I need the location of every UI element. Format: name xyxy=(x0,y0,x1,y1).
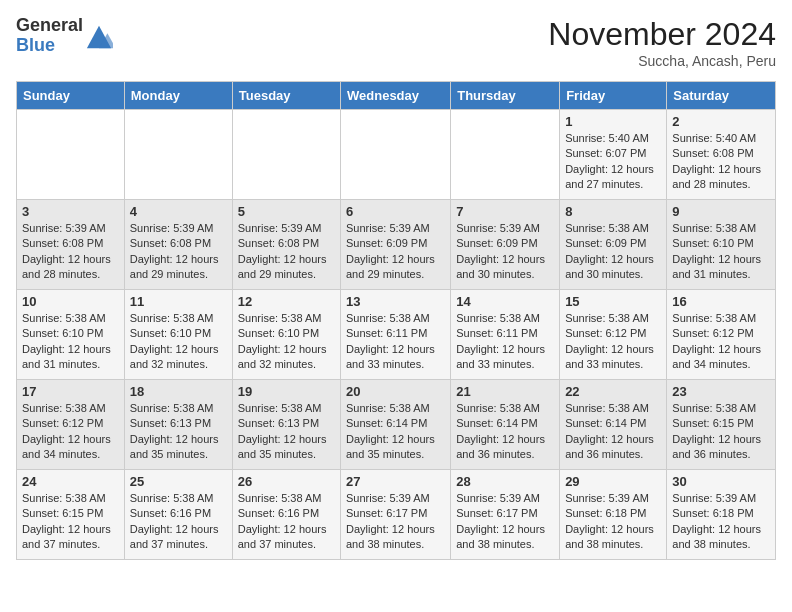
calendar-cell: 5Sunrise: 5:39 AM Sunset: 6:08 PM Daylig… xyxy=(232,200,340,290)
calendar-cell: 26Sunrise: 5:38 AM Sunset: 6:16 PM Dayli… xyxy=(232,470,340,560)
day-number: 3 xyxy=(22,204,119,219)
day-number: 8 xyxy=(565,204,661,219)
day-info: Sunrise: 5:38 AM Sunset: 6:14 PM Dayligh… xyxy=(346,401,445,463)
day-number: 19 xyxy=(238,384,335,399)
calendar-cell: 23Sunrise: 5:38 AM Sunset: 6:15 PM Dayli… xyxy=(667,380,776,470)
month-title: November 2024 xyxy=(548,16,776,53)
day-number: 6 xyxy=(346,204,445,219)
calendar-cell: 16Sunrise: 5:38 AM Sunset: 6:12 PM Dayli… xyxy=(667,290,776,380)
day-info: Sunrise: 5:39 AM Sunset: 6:08 PM Dayligh… xyxy=(130,221,227,283)
day-of-week-header: Tuesday xyxy=(232,82,340,110)
day-number: 10 xyxy=(22,294,119,309)
calendar-cell: 19Sunrise: 5:38 AM Sunset: 6:13 PM Dayli… xyxy=(232,380,340,470)
calendar-cell xyxy=(17,110,125,200)
calendar-cell: 14Sunrise: 5:38 AM Sunset: 6:11 PM Dayli… xyxy=(451,290,560,380)
day-of-week-header: Saturday xyxy=(667,82,776,110)
day-number: 27 xyxy=(346,474,445,489)
calendar-cell: 21Sunrise: 5:38 AM Sunset: 6:14 PM Dayli… xyxy=(451,380,560,470)
day-info: Sunrise: 5:38 AM Sunset: 6:12 PM Dayligh… xyxy=(565,311,661,373)
calendar-cell: 24Sunrise: 5:38 AM Sunset: 6:15 PM Dayli… xyxy=(17,470,125,560)
calendar-cell xyxy=(124,110,232,200)
calendar-cell: 13Sunrise: 5:38 AM Sunset: 6:11 PM Dayli… xyxy=(341,290,451,380)
day-info: Sunrise: 5:38 AM Sunset: 6:11 PM Dayligh… xyxy=(456,311,554,373)
calendar-cell: 7Sunrise: 5:39 AM Sunset: 6:09 PM Daylig… xyxy=(451,200,560,290)
day-number: 23 xyxy=(672,384,770,399)
day-info: Sunrise: 5:38 AM Sunset: 6:16 PM Dayligh… xyxy=(130,491,227,553)
location: Succha, Ancash, Peru xyxy=(548,53,776,69)
day-number: 7 xyxy=(456,204,554,219)
day-number: 15 xyxy=(565,294,661,309)
day-number: 17 xyxy=(22,384,119,399)
calendar-cell xyxy=(451,110,560,200)
day-info: Sunrise: 5:38 AM Sunset: 6:11 PM Dayligh… xyxy=(346,311,445,373)
day-info: Sunrise: 5:38 AM Sunset: 6:16 PM Dayligh… xyxy=(238,491,335,553)
calendar-cell xyxy=(232,110,340,200)
day-number: 2 xyxy=(672,114,770,129)
day-of-week-header: Monday xyxy=(124,82,232,110)
day-number: 25 xyxy=(130,474,227,489)
day-info: Sunrise: 5:38 AM Sunset: 6:15 PM Dayligh… xyxy=(22,491,119,553)
day-of-week-header: Sunday xyxy=(17,82,125,110)
calendar-cell xyxy=(341,110,451,200)
day-number: 9 xyxy=(672,204,770,219)
day-number: 11 xyxy=(130,294,227,309)
calendar-week-row: 3Sunrise: 5:39 AM Sunset: 6:08 PM Daylig… xyxy=(17,200,776,290)
day-info: Sunrise: 5:39 AM Sunset: 6:17 PM Dayligh… xyxy=(346,491,445,553)
day-info: Sunrise: 5:39 AM Sunset: 6:18 PM Dayligh… xyxy=(672,491,770,553)
calendar-cell: 9Sunrise: 5:38 AM Sunset: 6:10 PM Daylig… xyxy=(667,200,776,290)
day-number: 21 xyxy=(456,384,554,399)
calendar-cell: 18Sunrise: 5:38 AM Sunset: 6:13 PM Dayli… xyxy=(124,380,232,470)
day-number: 22 xyxy=(565,384,661,399)
day-info: Sunrise: 5:38 AM Sunset: 6:10 PM Dayligh… xyxy=(672,221,770,283)
calendar-cell: 11Sunrise: 5:38 AM Sunset: 6:10 PM Dayli… xyxy=(124,290,232,380)
day-number: 24 xyxy=(22,474,119,489)
day-info: Sunrise: 5:39 AM Sunset: 6:09 PM Dayligh… xyxy=(456,221,554,283)
calendar-cell: 1Sunrise: 5:40 AM Sunset: 6:07 PM Daylig… xyxy=(560,110,667,200)
day-number: 13 xyxy=(346,294,445,309)
calendar-cell: 12Sunrise: 5:38 AM Sunset: 6:10 PM Dayli… xyxy=(232,290,340,380)
day-number: 20 xyxy=(346,384,445,399)
day-number: 12 xyxy=(238,294,335,309)
day-info: Sunrise: 5:39 AM Sunset: 6:08 PM Dayligh… xyxy=(238,221,335,283)
calendar-week-row: 17Sunrise: 5:38 AM Sunset: 6:12 PM Dayli… xyxy=(17,380,776,470)
calendar-cell: 27Sunrise: 5:39 AM Sunset: 6:17 PM Dayli… xyxy=(341,470,451,560)
day-number: 28 xyxy=(456,474,554,489)
logo-blue: Blue xyxy=(16,36,83,56)
day-info: Sunrise: 5:39 AM Sunset: 6:08 PM Dayligh… xyxy=(22,221,119,283)
calendar-cell: 29Sunrise: 5:39 AM Sunset: 6:18 PM Dayli… xyxy=(560,470,667,560)
logo-general: General xyxy=(16,16,83,36)
day-number: 26 xyxy=(238,474,335,489)
calendar-cell: 2Sunrise: 5:40 AM Sunset: 6:08 PM Daylig… xyxy=(667,110,776,200)
day-number: 30 xyxy=(672,474,770,489)
day-info: Sunrise: 5:38 AM Sunset: 6:14 PM Dayligh… xyxy=(565,401,661,463)
day-info: Sunrise: 5:39 AM Sunset: 6:09 PM Dayligh… xyxy=(346,221,445,283)
page-header: General Blue November 2024 Succha, Ancas… xyxy=(16,16,776,69)
day-info: Sunrise: 5:38 AM Sunset: 6:13 PM Dayligh… xyxy=(130,401,227,463)
day-info: Sunrise: 5:38 AM Sunset: 6:15 PM Dayligh… xyxy=(672,401,770,463)
calendar-week-row: 24Sunrise: 5:38 AM Sunset: 6:15 PM Dayli… xyxy=(17,470,776,560)
calendar-cell: 28Sunrise: 5:39 AM Sunset: 6:17 PM Dayli… xyxy=(451,470,560,560)
calendar-cell: 30Sunrise: 5:39 AM Sunset: 6:18 PM Dayli… xyxy=(667,470,776,560)
calendar-week-row: 10Sunrise: 5:38 AM Sunset: 6:10 PM Dayli… xyxy=(17,290,776,380)
day-info: Sunrise: 5:39 AM Sunset: 6:18 PM Dayligh… xyxy=(565,491,661,553)
calendar-cell: 22Sunrise: 5:38 AM Sunset: 6:14 PM Dayli… xyxy=(560,380,667,470)
title-block: November 2024 Succha, Ancash, Peru xyxy=(548,16,776,69)
day-of-week-header: Wednesday xyxy=(341,82,451,110)
day-number: 1 xyxy=(565,114,661,129)
day-number: 18 xyxy=(130,384,227,399)
day-of-week-header: Thursday xyxy=(451,82,560,110)
day-number: 16 xyxy=(672,294,770,309)
calendar-cell: 8Sunrise: 5:38 AM Sunset: 6:09 PM Daylig… xyxy=(560,200,667,290)
day-of-week-header: Friday xyxy=(560,82,667,110)
day-info: Sunrise: 5:38 AM Sunset: 6:12 PM Dayligh… xyxy=(22,401,119,463)
logo: General Blue xyxy=(16,16,113,56)
day-number: 14 xyxy=(456,294,554,309)
day-number: 4 xyxy=(130,204,227,219)
calendar-cell: 10Sunrise: 5:38 AM Sunset: 6:10 PM Dayli… xyxy=(17,290,125,380)
calendar-cell: 15Sunrise: 5:38 AM Sunset: 6:12 PM Dayli… xyxy=(560,290,667,380)
day-info: Sunrise: 5:38 AM Sunset: 6:09 PM Dayligh… xyxy=(565,221,661,283)
calendar-cell: 20Sunrise: 5:38 AM Sunset: 6:14 PM Dayli… xyxy=(341,380,451,470)
calendar-header-row: SundayMondayTuesdayWednesdayThursdayFrid… xyxy=(17,82,776,110)
day-info: Sunrise: 5:38 AM Sunset: 6:13 PM Dayligh… xyxy=(238,401,335,463)
calendar-cell: 17Sunrise: 5:38 AM Sunset: 6:12 PM Dayli… xyxy=(17,380,125,470)
